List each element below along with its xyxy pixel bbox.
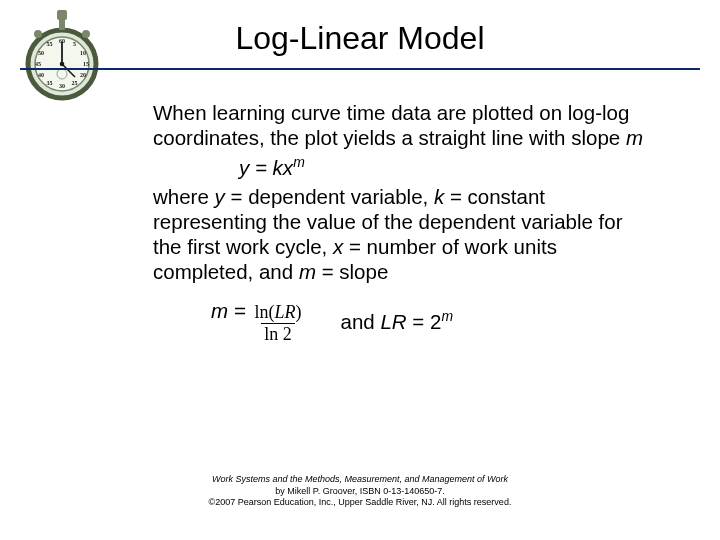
svg-text:20: 20: [80, 72, 86, 78]
equation-power: y = kxm: [153, 154, 653, 180]
footer-citation: Work Systems and the Methods, Measuremen…: [0, 474, 720, 508]
svg-text:35: 35: [47, 80, 53, 86]
svg-text:30: 30: [59, 83, 65, 89]
svg-rect-2: [57, 10, 67, 20]
footer-line-1: Work Systems and the Methods, Measuremen…: [0, 474, 720, 485]
svg-text:15: 15: [83, 61, 89, 67]
fraction-lnlr-ln2: ln(LR) ln 2: [251, 303, 304, 344]
slide-title: Log-Linear Model: [0, 20, 720, 57]
title-underline: [20, 68, 700, 70]
footer-line-2: by Mikell P. Groover, ISBN 0-13-140650-7…: [0, 486, 720, 497]
footer-line-3: ©2007 Pearson Education, Inc., Upper Sad…: [0, 497, 720, 508]
svg-text:40: 40: [38, 72, 44, 78]
svg-text:45: 45: [35, 61, 41, 67]
paragraph-intro: When learning curve time data are plotte…: [153, 100, 653, 150]
paragraph-where: where y = dependent variable, k = consta…: [153, 184, 653, 284]
body-text: When learning curve time data are plotte…: [153, 100, 653, 344]
equation-m-lr: m = ln(LR) ln 2 and LR = 2m: [211, 298, 653, 344]
svg-text:25: 25: [72, 80, 78, 86]
